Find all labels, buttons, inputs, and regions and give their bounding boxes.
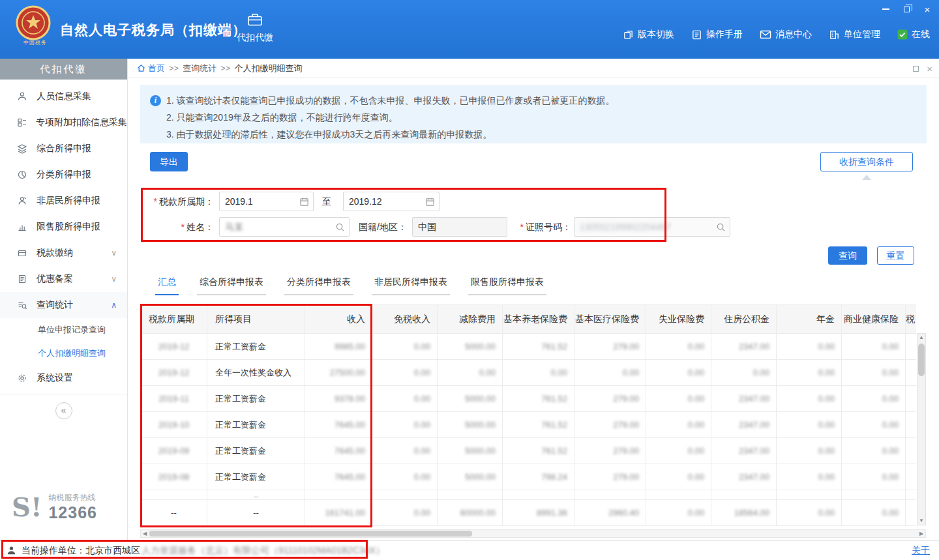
breadcrumb-separator: >> (169, 63, 179, 73)
table-cell: 279.00 (574, 386, 646, 412)
close-icon[interactable]: × (922, 5, 932, 14)
sidebar-header: 代扣代缴 (0, 59, 127, 80)
nav-online-status[interactable]: 在线 (897, 29, 930, 40)
tab-comprehensive-income[interactable]: 综合所得申报表 (197, 276, 266, 295)
nationality-input[interactable]: 中国 (412, 217, 507, 237)
collapse-query-button[interactable]: 收折查询条件 (820, 152, 913, 171)
bar-chart-icon (17, 222, 28, 232)
tab-summary[interactable]: 汇总 (155, 276, 179, 295)
vertical-scroll-thumb[interactable] (918, 344, 925, 376)
table-row[interactable]: 2019-12全年一次性奖金收入27500.000.000.000.000.00… (141, 360, 917, 386)
table-cell: 9378.00 (305, 386, 372, 412)
name-input[interactable]: 马某 (219, 217, 350, 237)
tab-withholding-module[interactable]: 代扣代缴 (230, 12, 280, 44)
sidebar-item-nonresident-income[interactable]: 非居民所得申报 (0, 188, 127, 214)
status-bar: 当前操作单位： 北京市西城区 人力资源服务（北京）有限公司（91110102MA… (0, 540, 939, 560)
minimize-icon[interactable] (880, 5, 891, 14)
current-unit-blurred: 人力资源服务（北京）有限公司（91110102MA01B2C34X） (142, 545, 385, 557)
table-cell: 761.52 (503, 412, 574, 438)
calendar-icon[interactable] (299, 197, 309, 207)
table-cell: 761.52 (503, 334, 574, 360)
table-row[interactable]: 2019-10正常工资薪金7645.000.005000.00761.52279… (141, 412, 917, 438)
breadcrumb-level1[interactable]: 查询统计 (183, 63, 216, 74)
results-table-wrap: 税款所属期所得项目收入免税收入减除费用基本养老保险费基本医疗保险费失业保险费住房… (140, 304, 916, 526)
table-row[interactable]: .. (141, 490, 917, 500)
sidebar-item-comprehensive-income[interactable]: 综合所得申报 (0, 136, 127, 162)
required-mark: * (181, 222, 185, 232)
table-cell: 正常工资薪金 (207, 464, 305, 490)
table-cell: 0.00 (372, 386, 438, 412)
nav-organization[interactable]: 单位管理 (829, 29, 880, 40)
horizontal-scroll-thumb[interactable] (149, 531, 472, 537)
nav-message-center[interactable]: 消息中心 (760, 29, 812, 40)
export-button[interactable]: 导出 (150, 152, 188, 171)
sidebar-item-label: 综合所得申报 (37, 143, 91, 155)
table-cell (141, 490, 207, 500)
table-row[interactable]: 2019-08正常工资薪金7645.000.005000.00798.24279… (141, 464, 917, 490)
scroll-down-icon[interactable]: ▼ (917, 517, 925, 525)
table-cell: 正常工资薪金 (207, 386, 305, 412)
nav-version-switch[interactable]: 版本切换 (623, 29, 674, 40)
about-link[interactable]: 关于 (912, 545, 930, 557)
chevron-down-icon: ∨ (111, 274, 117, 284)
breadcrumb-separator: >> (220, 63, 230, 73)
table-cell: 279.00 (574, 412, 646, 438)
current-unit-label: 当前操作单位： (22, 545, 85, 557)
table-cell: 0.00 (372, 360, 438, 386)
sidebar-item-tax-payment[interactable]: 税款缴纳 ∨ (0, 240, 127, 266)
table-row[interactable]: ----161741.000.0060000.008991.362960.400… (141, 500, 917, 526)
search-icon[interactable] (716, 222, 726, 232)
table-cell: 0.00 (646, 500, 711, 526)
required-mark: * (520, 222, 524, 232)
table-row[interactable]: 2019-12正常工资薪金9985.000.005000.00761.52279… (141, 334, 917, 360)
sidebar-item-system-settings[interactable]: 系统设置 (0, 365, 127, 391)
panel-close-icon[interactable]: × (927, 63, 932, 74)
table-cell: 0.00 (438, 360, 503, 386)
sidebar-subitem-unit-declaration-query[interactable]: 单位申报记录查询 (0, 318, 127, 342)
tab-restricted-stock-income[interactable]: 限售股所得申报表 (468, 276, 546, 295)
sidebar-item-restricted-stock-income[interactable]: 限售股所得申报 (0, 214, 127, 240)
search-icon[interactable] (335, 222, 345, 232)
sidebar-item-special-deduction-collect[interactable]: 专项附加扣除信息采集 (0, 110, 127, 136)
scroll-up-icon[interactable]: ▲ (917, 334, 925, 342)
table-cell: 0.00 (372, 412, 438, 438)
table-cell: 761.52 (503, 386, 574, 412)
horizontal-scrollbar[interactable]: ◀ ▶ (140, 529, 926, 538)
table-cell: 2019-08 (141, 464, 207, 490)
table-row[interactable]: 2019-11正常工资薪金9378.000.005000.00761.52279… (141, 386, 917, 412)
restore-icon[interactable] (901, 5, 912, 14)
period-to-input[interactable]: 2019.12 (343, 192, 440, 211)
panel-restore-icon[interactable] (913, 66, 919, 72)
table-cell: 5000.00 (438, 464, 503, 490)
layers-icon (17, 143, 28, 154)
scroll-right-icon[interactable]: ▶ (917, 530, 925, 537)
nav-label: 消息中心 (775, 29, 812, 40)
calendar-icon[interactable] (425, 197, 435, 207)
sidebar-item-classified-income[interactable]: 分类所得申报 (0, 162, 127, 188)
nav-manual[interactable]: 操作手册 (691, 29, 743, 40)
sidebar-item-preferential-record[interactable]: 优惠备案 ∨ (0, 266, 127, 292)
scroll-left-icon[interactable]: ◀ (141, 530, 149, 537)
period-from-input[interactable]: 2019.1 (219, 192, 314, 211)
sidebar-collapse-button[interactable]: « (55, 402, 72, 419)
table-cell: 2960.40 (574, 500, 646, 526)
tab-nonresident-income[interactable]: 非居民所得申报表 (372, 276, 450, 295)
name-label: *姓名： (138, 217, 214, 237)
table-cell: 5000.00 (438, 412, 503, 438)
query-button[interactable]: 查询 (828, 246, 867, 265)
vertical-scrollbar[interactable]: ▲ ▼ (917, 333, 926, 525)
main-content: i 1. 该查询统计表仅能查询已申报成功的数据，不包含未申报、申报失败，已申报但… (128, 78, 939, 540)
table-cell: 0.00 (777, 386, 842, 412)
reset-button[interactable]: 重置 (877, 246, 914, 265)
breadcrumb-current: 个人扣缴明细查询 (234, 63, 302, 74)
table-cell: 0.00 (842, 438, 906, 464)
breadcrumb-home-link[interactable]: 首页 (137, 63, 165, 74)
table-cell: 0.00 (777, 360, 842, 386)
table-header: 税款所属期所得项目收入免税收入减除费用基本养老保险费基本医疗保险费失业保险费住房… (141, 305, 917, 334)
id-number-input[interactable]: 130552199902204467 (574, 217, 730, 237)
sidebar-item-personnel-collect[interactable]: 人员信息采集 (0, 83, 127, 110)
sidebar-item-query-statistics[interactable]: 查询统计 ∧ (0, 292, 127, 318)
tab-classified-income[interactable]: 分类所得申报表 (284, 276, 353, 295)
table-row[interactable]: 2019-09正常工资薪金7645.000.005000.00761.52279… (141, 438, 917, 464)
sidebar-subitem-personal-withholding-detail-query[interactable]: 个人扣缴明细查询 (0, 342, 127, 365)
